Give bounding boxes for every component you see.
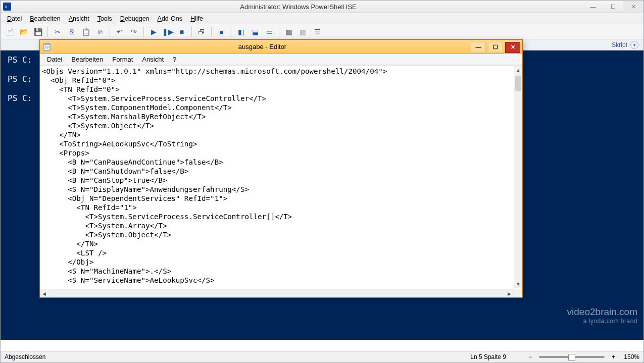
redo-icon[interactable]: ↷: [128, 26, 140, 38]
editor-menubar: DateiBearbeitenFormatAnsicht?: [40, 54, 522, 65]
maximize-button[interactable]: ☐: [603, 1, 623, 13]
skript-label: Skript: [612, 41, 627, 48]
menu-add-ons[interactable]: Add-Ons: [154, 15, 186, 23]
show-addon-icon[interactable]: ▥: [297, 26, 309, 38]
new-remote-icon[interactable]: 🗗: [195, 26, 208, 38]
watermark-line1: video2brain.com: [567, 306, 637, 317]
editor-menu-ansicht[interactable]: Ansicht: [138, 55, 168, 64]
editor-body: <Objs Version="1.1.0.1" xmlns="http://sc…: [40, 65, 522, 297]
scroll-right-icon[interactable]: ▶: [505, 289, 514, 297]
clear-icon[interactable]: ⎚: [94, 26, 106, 38]
text-caret: [217, 214, 217, 222]
separator: [191, 27, 192, 37]
show-command-icon[interactable]: ▦: [283, 26, 295, 38]
copy-icon[interactable]: ⎘: [66, 26, 78, 38]
separator: [279, 27, 279, 37]
zoom-slider[interactable]: [539, 356, 605, 358]
status-position: Ln 5 Spalte 9: [470, 353, 506, 360]
zoom-minus[interactable]: −: [526, 353, 534, 360]
zoom-value: 150%: [617, 353, 639, 360]
close-button[interactable]: ✕: [623, 1, 643, 13]
editor-menu-bearbeiten[interactable]: Bearbeiten: [67, 55, 107, 64]
menu-tools[interactable]: Tools: [94, 15, 116, 23]
svg-rect-3: [44, 43, 50, 45]
cut-icon[interactable]: ✂: [52, 26, 64, 38]
horizontal-scrollbar[interactable]: ◀ ▶: [40, 289, 514, 297]
separator: [47, 27, 48, 37]
ise-statusbar: Abgeschlossen Ln 5 Spalte 9 − + 150%: [1, 351, 643, 362]
scroll-up-icon[interactable]: ▲: [514, 66, 522, 74]
scroll-down-icon[interactable]: ▼: [514, 280, 522, 288]
divider-strip: [1, 340, 643, 351]
layout-single-icon[interactable]: ▭: [263, 26, 275, 38]
watermark-line2: a lynda.com brand: [567, 317, 637, 326]
separator: [143, 27, 144, 37]
zoom-plus[interactable]: +: [610, 353, 617, 360]
chevron-down-icon[interactable]: ▾: [630, 41, 638, 49]
menu-hilfe[interactable]: Hilfe: [187, 15, 207, 23]
scroll-thumb[interactable]: [515, 76, 521, 91]
ise-menubar: DateiBearbeitenAnsichtToolsDebuggenAdd-O…: [1, 13, 643, 24]
editor-menu-help[interactable]: ?: [169, 55, 180, 64]
menu-bearbeiten[interactable]: Bearbeiten: [26, 15, 64, 23]
watermark: video2brain.com a lynda.com brand: [567, 307, 637, 326]
menu-ansicht[interactable]: Ansicht: [65, 15, 93, 23]
layout-sidebyside-icon[interactable]: ◧: [235, 26, 247, 38]
separator: [211, 27, 212, 37]
editor-minimize-button[interactable]: —: [471, 42, 486, 53]
new-file-icon[interactable]: 📄: [4, 26, 16, 38]
separator: [110, 27, 110, 37]
svg-text:>: >: [5, 4, 8, 10]
layout-stacked-icon[interactable]: ⬓: [249, 26, 261, 38]
ise-titlebar[interactable]: > Administrator: Windows PowerShell ISE …: [1, 1, 643, 13]
options-icon[interactable]: ☰: [311, 26, 323, 38]
editor-close-button[interactable]: ✕: [505, 42, 520, 53]
menu-datei[interactable]: Datei: [4, 15, 25, 23]
ise-toolbar: 📄📂💾✂⎘📋⎚↶↷▶❚▶■🗗▣◧⬓▭▦▥☰: [1, 24, 643, 39]
scroll-left-icon[interactable]: ◀: [40, 289, 48, 297]
scroll-corner: [514, 289, 522, 297]
paste-icon[interactable]: 📋: [80, 26, 92, 38]
open-file-icon[interactable]: 📂: [18, 26, 30, 38]
menu-debuggen[interactable]: Debuggen: [117, 15, 153, 23]
vertical-scrollbar[interactable]: ▲ ▼: [514, 66, 522, 288]
editor-menu-format[interactable]: Format: [108, 55, 137, 64]
undo-icon[interactable]: ↶: [114, 26, 126, 38]
editor-maximize-button[interactable]: ☐: [488, 42, 503, 53]
minimize-button[interactable]: —: [583, 1, 603, 13]
editor-menu-datei[interactable]: Datei: [43, 55, 66, 64]
ise-icon: >: [1, 3, 14, 11]
run-selection-icon[interactable]: ❚▶: [162, 26, 174, 38]
ise-title: Administrator: Windows PowerShell ISE: [14, 3, 583, 11]
status-left: Abgeschlossen: [5, 353, 45, 360]
editor-textarea[interactable]: <Objs Version="1.1.0.1" xmlns="http://sc…: [42, 67, 513, 288]
editor-titlebar[interactable]: ausgabe - Editor — ☐ ✕: [40, 40, 522, 54]
separator: [231, 27, 231, 37]
editor-window[interactable]: ausgabe - Editor — ☐ ✕ DateiBearbeitenFo…: [39, 39, 523, 298]
stop-icon[interactable]: ■: [176, 26, 188, 38]
save-icon[interactable]: 💾: [32, 26, 44, 38]
notepad-icon: [40, 43, 54, 51]
run-icon[interactable]: ▶: [147, 26, 160, 38]
editor-title: ausgabe - Editor: [54, 43, 471, 50]
launch-ps-icon[interactable]: ▣: [215, 26, 227, 38]
